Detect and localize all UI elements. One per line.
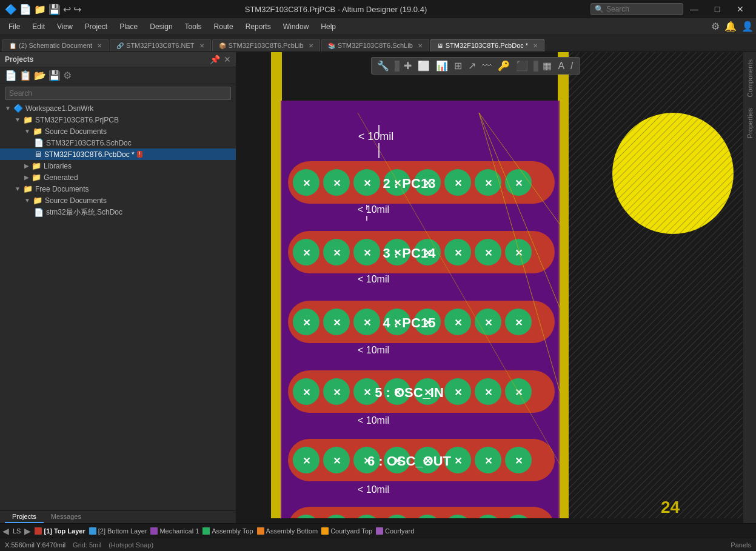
- tab-net[interactable]: 🔗 STM32F103C8T6.NET ✕: [110, 39, 210, 52]
- redo-icon[interactable]: ↪: [73, 4, 81, 15]
- account-icon[interactable]: 👤: [741, 21, 754, 32]
- menu-view[interactable]: View: [51, 20, 79, 33]
- layer-scroll-left[interactable]: ◀: [2, 526, 9, 536]
- layer-courtyard[interactable]: Courtyard: [376, 527, 414, 535]
- svg-text:6 : OSC_OUT: 6 : OSC_OUT: [367, 453, 452, 469]
- prjpcb-arrow: ▼: [15, 116, 21, 123]
- svg-text:✕: ✕: [484, 248, 492, 258]
- tool-arrow[interactable]: ↗: [466, 59, 478, 73]
- tool-chart[interactable]: 📊: [433, 59, 450, 73]
- status-grid: Grid: 5mil: [73, 541, 101, 549]
- layer-mechanical1[interactable]: Mechanical 1: [150, 527, 199, 535]
- tool-add[interactable]: ✚: [401, 59, 414, 73]
- tab-pcbdoc-close[interactable]: ✕: [533, 42, 538, 49]
- sidebar-close-icon[interactable]: ✕: [224, 55, 231, 64]
- tab-messages[interactable]: Messages: [44, 511, 89, 523]
- layer-courtyard-top[interactable]: Courtyard Top: [321, 527, 372, 535]
- tree-workspace[interactable]: ▼ 🔷 Workspace1.DsnWrk: [0, 102, 236, 114]
- tab-schlib-close[interactable]: ✕: [418, 42, 423, 49]
- tree-source-docs[interactable]: ▼ 📁 Source Documents: [0, 125, 236, 137]
- svg-text:2 : PC13: 2 : PC13: [383, 176, 436, 191]
- tree-libraries[interactable]: ▶ 📁 Libraries: [0, 160, 236, 172]
- schdoc-label: STM32F103C8T6.SchDoc: [46, 139, 132, 147]
- maximize-button[interactable]: □: [706, 1, 728, 18]
- svg-text:✕: ✕: [303, 387, 310, 398]
- layer-assembly-bottom[interactable]: Assembly Bottom: [257, 527, 318, 535]
- layer-ls[interactable]: LS: [13, 527, 21, 535]
- tab-pcblib-close[interactable]: ✕: [309, 42, 313, 49]
- menu-route[interactable]: Route: [208, 20, 239, 33]
- pcb-svg: < 10mil ✕ ✕ ✕ ✕ ✕ ✕ ✕ ✕ 2 : PC13 < 10mil…: [236, 52, 756, 518]
- menu-help[interactable]: Help: [315, 20, 342, 33]
- tool-text[interactable]: A: [555, 59, 567, 73]
- layer-assembly-top[interactable]: Assembly Top: [202, 527, 253, 535]
- menu-design[interactable]: Design: [144, 20, 178, 33]
- notifications-icon[interactable]: 🔔: [724, 21, 737, 32]
- tool-filter[interactable]: 🔧: [375, 59, 392, 73]
- new-sheet-icon[interactable]: 📋: [19, 70, 32, 81]
- save-icon[interactable]: 💾: [49, 4, 61, 15]
- settings2-icon[interactable]: ⚙: [63, 70, 72, 81]
- search-box[interactable]: 🔍: [590, 3, 683, 15]
- pin-icon[interactable]: 📌: [210, 55, 220, 64]
- tree-schdoc[interactable]: 📄 STM32F103C8T6.SchDoc: [0, 137, 236, 149]
- settings-icon[interactable]: ⚙: [711, 21, 720, 32]
- tool-line[interactable]: /: [568, 59, 575, 73]
- minimize-button[interactable]: —: [683, 1, 705, 18]
- menu-edit[interactable]: Edit: [26, 20, 51, 33]
- pcb-canvas-area[interactable]: 🔧 ✚ ⬜ 📊 ⊞ ↗ 〰 🔑 ⬛ ▦ A /: [236, 52, 756, 523]
- tree-prjpcb[interactable]: ▼ 📁 STM32F103C8T6.PrjPCB: [0, 114, 236, 125]
- tab-schlib[interactable]: 📚 STM32F103C8T6.SchLib ✕: [321, 39, 429, 52]
- tool-grid[interactable]: ⊞: [452, 59, 464, 73]
- right-panel: Components Properties: [743, 52, 756, 523]
- svg-text:✕: ✕: [333, 318, 341, 328]
- tool-key[interactable]: 🔑: [495, 59, 512, 73]
- tree-generated[interactable]: ▶ 📁 Generated: [0, 172, 236, 183]
- menu-window[interactable]: Window: [277, 20, 315, 33]
- layer-top[interactable]: [1] Top Layer: [35, 527, 85, 535]
- tab-schematic-doc-close[interactable]: ✕: [97, 42, 102, 49]
- svg-text:✕: ✕: [333, 248, 341, 258]
- save-proj-icon[interactable]: 💾: [49, 70, 61, 81]
- undo-icon[interactable]: ↩: [63, 4, 71, 15]
- pcbdoc-tree-label: STM32F103C8T6.PcbDoc *: [44, 150, 135, 159]
- layer-cy-top-color: [321, 527, 329, 535]
- tree-stm32-sch[interactable]: 📄 stm32最小系统.SchDoc: [0, 206, 236, 219]
- search-input[interactable]: [606, 5, 679, 13]
- tab-pcbdoc[interactable]: 🖥 STM32F103C8T6.PcbDoc * ✕: [430, 39, 544, 52]
- panels-button[interactable]: Panels: [731, 541, 751, 549]
- layer-bottom[interactable]: [2] Bottom Layer: [89, 527, 147, 535]
- tool-pattern[interactable]: ▦: [540, 59, 554, 73]
- window-controls: — □ ✕: [683, 1, 751, 18]
- close-button[interactable]: ✕: [729, 1, 751, 18]
- tool-wave[interactable]: 〰: [480, 59, 494, 73]
- new-icon[interactable]: 📄: [19, 4, 32, 15]
- new-doc-icon[interactable]: 📄: [5, 70, 17, 81]
- tool-rect[interactable]: ⬜: [415, 59, 432, 73]
- svg-text:✕: ✕: [363, 248, 371, 258]
- prjpcb-label: STM32F103C8T6.PrjPCB: [35, 116, 119, 124]
- menu-project[interactable]: Project: [79, 20, 113, 33]
- sidebar-search-input[interactable]: [5, 87, 231, 100]
- layer-scroll-right[interactable]: ▶: [24, 526, 31, 536]
- tab-schematic-doc[interactable]: 📋 (2) Schematic Document ✕: [2, 39, 109, 52]
- tab-pcblib[interactable]: 📦 STM32F103C8T6.PcbLib ✕: [212, 39, 320, 52]
- tab-pcbdoc-label: STM32F103C8T6.PcbDoc *: [446, 42, 528, 49]
- menu-file[interactable]: File: [2, 20, 26, 33]
- tool-fill[interactable]: ⬛: [513, 59, 530, 73]
- schematic-doc-icon: 📋: [9, 42, 16, 49]
- pcblib-icon: 📦: [219, 42, 226, 49]
- menu-reports[interactable]: Reports: [239, 20, 277, 33]
- generated-label: Generated: [44, 173, 78, 182]
- components-panel-btn[interactable]: Components: [744, 55, 755, 102]
- open-icon[interactable]: 📁: [34, 4, 46, 15]
- tab-projects[interactable]: Projects: [5, 511, 44, 523]
- tree-free-source[interactable]: ▼ 📁 Source Documents: [0, 195, 236, 206]
- open-folder-icon[interactable]: 📂: [34, 70, 46, 81]
- tree-pcbdoc[interactable]: 🖥 STM32F103C8T6.PcbDoc * !: [0, 149, 236, 160]
- tab-net-close[interactable]: ✕: [199, 42, 204, 49]
- menu-place[interactable]: Place: [113, 20, 144, 33]
- menu-tools[interactable]: Tools: [179, 20, 208, 33]
- tree-free-docs[interactable]: ▼ 📁 Free Documents: [0, 183, 236, 195]
- properties-panel-btn[interactable]: Properties: [744, 103, 755, 143]
